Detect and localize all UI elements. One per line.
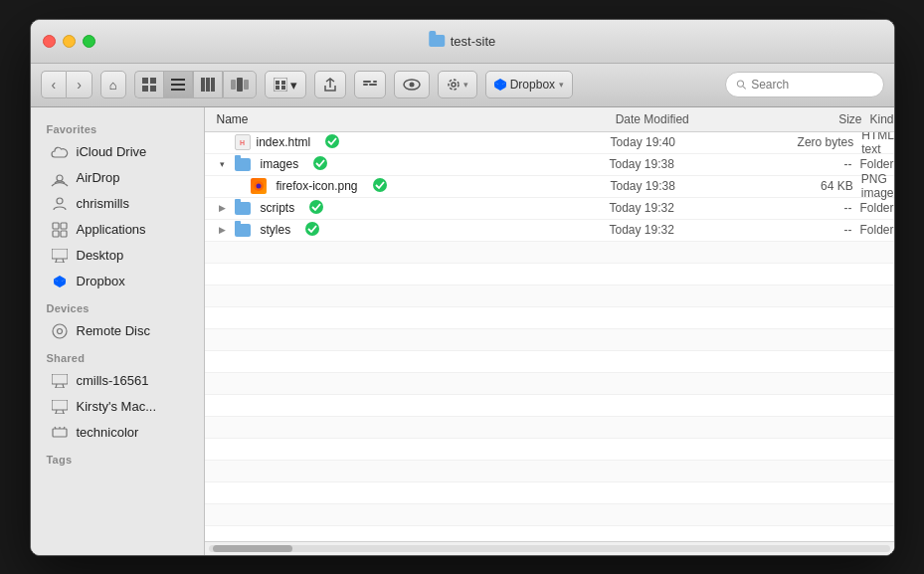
svg-point-23 [409, 83, 414, 88]
home-icon: ⌂ [109, 78, 117, 93]
remote-disc-label: Remote Disc [77, 323, 150, 338]
arrange-icon [274, 78, 287, 92]
svg-rect-38 [52, 249, 68, 259]
search-box[interactable] [725, 72, 884, 97]
svg-rect-3 [150, 86, 156, 92]
sidebar-item-cmills[interactable]: cmills-16561 [35, 368, 200, 394]
search-icon [736, 79, 747, 91]
icloud-drive-label: iCloud Drive [77, 144, 147, 159]
svg-point-25 [449, 80, 459, 90]
sidebar-item-desktop[interactable]: Desktop [35, 243, 200, 269]
toolbar: ‹ › ⌂ [31, 64, 894, 107]
table-row[interactable]: H index.html Today 19:40 Zero bytes HTML… [205, 132, 894, 154]
status-check [304, 221, 320, 240]
svg-rect-20 [363, 81, 371, 83]
file-kind-cell: Folder [860, 157, 894, 171]
home-button[interactable]: ⌂ [100, 71, 126, 98]
grid-icon [142, 78, 156, 92]
png-file-icon [251, 178, 267, 194]
scrollbar-thumb[interactable] [213, 545, 292, 552]
share-button[interactable] [314, 71, 346, 98]
minimize-button[interactable] [63, 35, 76, 48]
list-view-button[interactable] [163, 71, 193, 98]
column-header-kind[interactable]: Kind [869, 112, 893, 126]
file-name-cell: ▶ scripts [205, 199, 610, 218]
title-bar: test-site [31, 20, 894, 64]
disclosure-spacer [217, 136, 229, 148]
column-header-date[interactable]: Date Modified [616, 112, 772, 126]
empty-row [205, 307, 894, 329]
svg-rect-17 [281, 86, 285, 90]
file-kind-cell: PNG image [861, 172, 894, 200]
table-row[interactable]: ▶ styles Today 19:32 -- Folder [205, 220, 894, 242]
traffic-lights [43, 35, 95, 48]
forward-button[interactable]: › [66, 71, 92, 98]
empty-row [205, 417, 894, 439]
coverflow-view-button[interactable] [223, 71, 257, 98]
list-icon [171, 78, 185, 92]
file-name: firefox-icon.png [277, 179, 358, 193]
icon-view-button[interactable] [134, 71, 163, 98]
router-icon [51, 424, 69, 442]
svg-line-53 [56, 410, 57, 414]
close-button[interactable] [43, 35, 56, 48]
table-row[interactable]: ▾ images Today 19:38 -- Folder [205, 154, 894, 176]
desktop-icon [51, 247, 69, 265]
sidebar-item-chrismills[interactable]: chrismills [35, 191, 200, 217]
column-header-size[interactable]: Size [772, 112, 869, 126]
shared-header: Shared [31, 344, 204, 368]
disclosure-open[interactable]: ▾ [217, 158, 229, 170]
sidebar-item-applications[interactable]: Applications [35, 217, 200, 243]
dropbox-button[interactable]: Dropbox ▾ [485, 71, 573, 98]
title-folder-icon [429, 35, 445, 47]
sidebar-item-icloud-drive[interactable]: iCloud Drive [35, 139, 200, 165]
svg-point-63 [256, 184, 261, 189]
gear-button[interactable]: ▾ [438, 71, 477, 98]
table-row[interactable]: firefox-icon.png Today 19:38 64 KB PNG i… [205, 176, 894, 198]
tags-header: Tags [31, 446, 204, 470]
file-kind-cell: HTML text [861, 132, 893, 157]
file-list-header: Name Date Modified Size Kind [205, 107, 894, 132]
column-view-button[interactable] [193, 71, 223, 98]
action-button[interactable] [354, 71, 386, 98]
disclosure-closed[interactable]: ▶ [217, 202, 229, 214]
file-name: index.html [257, 135, 311, 149]
empty-row [205, 286, 894, 307]
column-header-name[interactable]: Name [205, 112, 616, 126]
sidebar-item-remote-disc[interactable]: Remote Disc [35, 318, 200, 344]
sidebar-item-airdrop[interactable]: AirDrop [35, 165, 200, 191]
folder-icon [235, 224, 251, 237]
arrange-button[interactable]: ▾ [265, 71, 306, 98]
svg-rect-0 [142, 78, 148, 84]
airdrop-icon [51, 169, 69, 187]
disclosure-closed[interactable]: ▶ [217, 224, 229, 236]
sidebar-item-technicolor[interactable]: technicolor [35, 420, 200, 446]
sidebar-item-dropbox[interactable]: Dropbox [35, 269, 200, 294]
airdrop-label: AirDrop [77, 170, 120, 185]
desktop-label: Desktop [77, 248, 124, 263]
svg-rect-48 [52, 374, 68, 384]
search-input[interactable] [751, 78, 872, 92]
empty-row [205, 264, 894, 286]
share-icon [323, 78, 337, 92]
svg-rect-15 [281, 81, 285, 85]
preview-button[interactable] [394, 71, 430, 98]
table-row[interactable]: ▶ scripts Today 19:32 -- Folder [205, 198, 894, 220]
columns-icon [201, 78, 215, 92]
file-size-cell: -- [763, 157, 859, 171]
nav-buttons: ‹ › [41, 71, 92, 98]
sidebar-item-kirstys-mac[interactable]: Kirsty's Mac... [35, 394, 200, 420]
disc-icon [51, 322, 69, 340]
maximize-button[interactable] [83, 35, 95, 48]
window-title-area: test-site [429, 34, 496, 49]
svg-rect-4 [171, 79, 185, 81]
cmills-label: cmills-16561 [77, 373, 149, 388]
file-kind-cell: Folder [860, 223, 894, 237]
svg-point-65 [309, 200, 323, 214]
empty-row [205, 329, 894, 351]
back-button[interactable]: ‹ [41, 71, 67, 98]
file-name-cell: ▶ styles [205, 221, 610, 240]
scrollbar-track[interactable] [209, 545, 890, 552]
svg-point-32 [57, 175, 63, 181]
svg-rect-21 [373, 81, 377, 83]
